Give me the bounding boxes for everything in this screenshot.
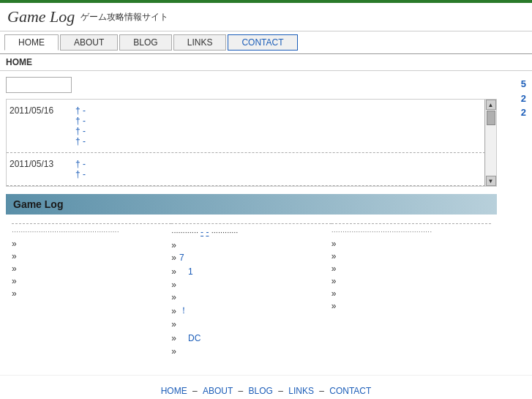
arrow-icon: » — [12, 251, 17, 261]
nav-blog[interactable]: BLOG — [119, 34, 171, 51]
col2-header: ············ - - ············ — [171, 223, 331, 237]
arrow-icon: » — [331, 251, 337, 261]
post-links-2: † - † - — [75, 159, 493, 179]
footer-row: » — [12, 288, 171, 299]
arrow-icon: » — [12, 239, 17, 249]
footer-link[interactable]: 1 — [188, 266, 193, 277]
footer-row: » — [171, 240, 331, 250]
footer-text — [179, 265, 188, 277]
footer-row: » — [12, 251, 171, 261]
bottom-nav: HOME – ABOUT – BLOG – LINKS – CONTACT — [0, 375, 532, 399]
arrow-icon: » — [171, 292, 176, 302]
col2-link2[interactable]: - — [206, 227, 209, 237]
col2-link1[interactable]: - — [201, 227, 203, 237]
footer-links-area: ········································… — [6, 220, 497, 362]
footer-row: » — [171, 319, 331, 329]
search-input[interactable] — [6, 77, 72, 93]
footer-col-1: ········································… — [12, 223, 171, 359]
post-link[interactable]: † - — [75, 159, 493, 169]
nav-sep: – — [278, 386, 285, 396]
footer-row: » — [331, 288, 491, 299]
bottom-nav-home[interactable]: HOME — [161, 386, 187, 396]
posts-container: 2011/05/16 † - † - † - † - 2011/05/13 † … — [6, 99, 497, 187]
arrow-icon: » — [171, 346, 176, 357]
bottom-nav-contact[interactable]: CONTACT — [329, 386, 371, 396]
post-date-2: 2011/05/13 — [10, 159, 75, 179]
arrow-icon: » — [331, 264, 337, 274]
footer-row: » — [171, 280, 331, 290]
nav-about[interactable]: ABOUT — [60, 34, 118, 51]
footer-col-3: ········································… — [331, 223, 491, 359]
nav-contact[interactable]: CONTACT — [228, 34, 297, 51]
site-logo: Game Log — [7, 7, 75, 26]
arrow-icon: » — [171, 306, 176, 316]
post-entry-2: 2011/05/13 † - † - — [7, 153, 496, 186]
footer-row: » — [171, 346, 331, 357]
arrow-icon: » — [12, 264, 17, 274]
post-links-1: † - † - † - † - — [75, 105, 493, 146]
main-content: 2011/05/16 † - † - † - † - 2011/05/13 † … — [6, 77, 497, 362]
post-link[interactable]: † - — [75, 116, 493, 126]
scroll-track — [486, 110, 496, 176]
nav-home[interactable]: HOME — [4, 34, 59, 51]
footer-row: » 1 — [171, 265, 331, 277]
arrow-icon: » — [331, 288, 337, 299]
post-date-1: 2011/05/16 — [10, 105, 75, 146]
arrow-icon: » — [171, 253, 176, 263]
arrow-icon: » — [12, 288, 17, 299]
nav-sep: – — [238, 386, 245, 396]
bottom-nav-links[interactable]: LINKS — [288, 386, 314, 396]
search-box — [6, 77, 497, 93]
footer-row: » — [12, 276, 171, 286]
scroll-up-button[interactable]: ▲ — [486, 100, 496, 110]
footer-link[interactable]: DC — [188, 333, 201, 343]
sidebar-number-3: 2 — [500, 105, 526, 120]
bottom-nav-about[interactable]: ABOUT — [203, 386, 233, 396]
site-tagline: ゲーム攻略情報サイト — [80, 11, 168, 23]
gamelog-header: Game Log — [6, 194, 497, 215]
footer-row: » — [331, 264, 491, 274]
footer-link[interactable]: 7 — [179, 253, 184, 263]
footer-col-2: ············ - - ············ » »7 » 1 »… — [171, 223, 331, 359]
nav-sep: – — [319, 386, 326, 396]
scroll-thumb[interactable] — [487, 111, 495, 125]
arrow-icon: » — [171, 240, 176, 250]
col1-header: ········································… — [12, 223, 171, 236]
scrollbar: ▲ ▼ — [484, 100, 496, 186]
arrow-icon: » — [171, 333, 176, 343]
post-link[interactable]: † - — [75, 169, 493, 179]
gamelog-section: Game Log ·······························… — [6, 194, 497, 362]
footer-row: » — [331, 301, 491, 311]
footer-text — [179, 332, 188, 344]
footer-row: » DC — [171, 332, 331, 344]
post-link[interactable]: † - — [75, 136, 493, 146]
sidebar-number-1: 5 — [500, 77, 526, 92]
post-link[interactable]: † - — [75, 126, 493, 136]
footer-row: » — [12, 239, 171, 249]
arrow-icon: » — [171, 319, 176, 329]
arrow-icon: » — [171, 266, 176, 277]
arrow-icon: » — [331, 239, 337, 249]
arrow-icon: » — [331, 276, 337, 286]
bottom-nav-blog[interactable]: BLOG — [248, 386, 272, 396]
arrow-icon: » — [171, 280, 176, 290]
breadcrumb: HOME — [0, 54, 532, 71]
post-entry-1: 2011/05/16 † - † - † - † - — [7, 100, 496, 153]
footer-link[interactable]: ！ — [179, 305, 188, 317]
post-link[interactable]: † - — [75, 105, 493, 116]
footer-row: » — [12, 264, 171, 274]
nav-links[interactable]: LINKS — [173, 34, 227, 51]
arrow-icon: » — [331, 301, 337, 311]
arrow-icon: » — [12, 276, 17, 286]
footer-row: » — [331, 251, 491, 261]
sidebar-number-2: 2 — [500, 92, 526, 106]
sidebar: 5 2 2 — [497, 77, 526, 362]
content-area: 2011/05/16 † - † - † - † - 2011/05/13 † … — [0, 71, 532, 368]
nav-sep: – — [192, 386, 200, 396]
header: Game Log ゲーム攻略情報サイト — [0, 3, 532, 31]
footer-row: »！ — [171, 305, 331, 317]
scroll-down-button[interactable]: ▼ — [486, 176, 496, 186]
footer-row: » — [331, 239, 491, 249]
footer-row: » — [171, 292, 331, 302]
footer-row: »7 — [171, 253, 331, 263]
